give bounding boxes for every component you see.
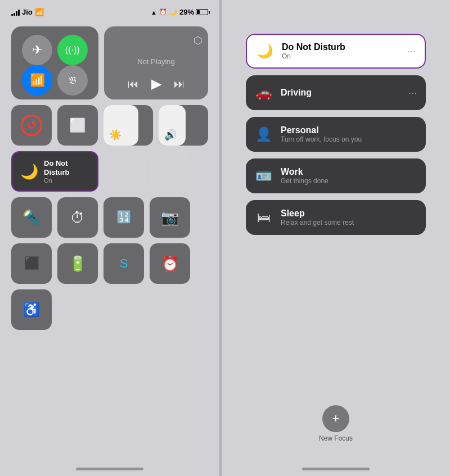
personal-focus-text: Personal Turn off work, focus on you [281, 125, 417, 143]
alarm-button[interactable]: ⏰ [150, 243, 190, 284]
cellular-icon: ((·)) [65, 45, 80, 55]
cellular-button[interactable]: ((·)) [57, 35, 88, 65]
bluetooth-button[interactable]: 𝔅 [57, 65, 88, 96]
work-focus-text: Work Get things done [281, 167, 417, 185]
now-playing-controls: ⏮ ▶ ⏭ [128, 76, 185, 92]
airplane-icon: ✈ [32, 43, 42, 57]
rotation-lock-button[interactable] [11, 105, 52, 146]
signal-bar-4 [18, 10, 20, 16]
status-right: ▲ ⏰ 🌙 29% [151, 8, 208, 16]
forward-button[interactable]: ⏭ [174, 78, 185, 90]
blank-tile-2 [150, 151, 191, 192]
calculator-icon: 🔢 [116, 210, 132, 225]
now-playing-box: ⬡ Not Playing ⏮ ▶ ⏭ [104, 26, 208, 99]
left-panel: Jio 📶 ▲ ⏰ 🌙 29% ✈ ((·)) [0, 0, 219, 476]
airplane-mode-button[interactable]: ✈ [22, 35, 52, 65]
new-focus-button[interactable]: + [322, 405, 349, 432]
battery-icon [196, 9, 208, 15]
blank-tile-1 [104, 151, 145, 192]
focus-item-personal[interactable]: 👤 Personal Turn off work, focus on you [246, 117, 426, 152]
brightness-icon: ☀️ [109, 129, 122, 141]
dnd-focus-icon: 🌙 [256, 43, 274, 59]
dnd-sub: On [44, 177, 70, 184]
personal-focus-title: Personal [281, 125, 417, 135]
home-indicator-right [302, 468, 370, 470]
work-focus-icon: 🪪 [255, 168, 273, 184]
driving-focus-title: Driving [281, 88, 400, 98]
timer-icon: ⏱ [70, 209, 85, 226]
wifi-button[interactable]: 📶 [22, 65, 52, 96]
battery-fill [197, 10, 200, 14]
row4: 🔦 ⏱ 🔢 📷 [11, 197, 208, 238]
screen-mirror-button[interactable]: ⬜ [57, 105, 98, 146]
control-center-grid: ✈ ((·)) 📶 𝔅 ⬡ Not Playing ⏮ [0, 21, 219, 336]
sleep-focus-title: Sleep [281, 208, 417, 219]
connectivity-box: ✈ ((·)) 📶 𝔅 [11, 26, 98, 99]
qr-scanner-button[interactable]: ⬛ [11, 243, 52, 284]
battery-container: 29% [179, 8, 208, 16]
driving-focus-text: Driving [281, 88, 400, 98]
signal-bars [11, 9, 20, 16]
focus-item-sleep[interactable]: 🛏 Sleep Relax and get some rest [246, 200, 426, 235]
home-indicator-left [76, 468, 143, 470]
camera-icon: 📷 [161, 209, 179, 226]
sleep-focus-sub: Relax and get some rest [281, 219, 417, 226]
status-bar: Jio 📶 ▲ ⏰ 🌙 29% [0, 0, 219, 21]
wifi-icon-small: 📶 [35, 8, 44, 16]
flashlight-button[interactable]: 🔦 [11, 197, 52, 238]
driving-more-button[interactable]: ··· [408, 87, 417, 99]
camera-button[interactable]: 📷 [150, 197, 190, 238]
shazam-icon: S [120, 256, 128, 271]
sleep-focus-icon: 🛏 [255, 210, 273, 225]
screen-mirror-icon: ⬜ [69, 117, 86, 133]
row3: 🌙 Do Not Disturb On [11, 151, 208, 192]
new-focus-label: New Focus [319, 434, 353, 442]
right-panel: 🌙 Do Not Disturb On ··· 🚗 Driving ··· 👤 … [222, 0, 450, 476]
driving-focus-icon: 🚗 [255, 85, 273, 101]
alarm-icon: ⏰ [159, 8, 167, 16]
bluetooth-icon: 𝔅 [69, 75, 76, 87]
focus-item-work[interactable]: 🪪 Work Get things done [246, 158, 426, 193]
battery-widget-button[interactable]: 🔋 [57, 243, 98, 284]
new-focus-plus-icon: + [332, 411, 340, 426]
flashlight-icon: 🔦 [22, 209, 40, 226]
signal-bar-2 [14, 13, 15, 16]
do-not-disturb-button[interactable]: 🌙 Do Not Disturb On [11, 151, 98, 192]
row2: ⬜ ☀️ 🔊 [11, 105, 208, 146]
wifi-icon: 📶 [30, 73, 45, 88]
play-button[interactable]: ▶ [151, 76, 161, 92]
row5: ⬛ 🔋 S ⏰ [11, 243, 208, 284]
signal-bar-1 [11, 14, 13, 16]
dnd-focus-title: Do Not Disturb [282, 42, 399, 52]
volume-slider[interactable]: 🔊 [159, 105, 208, 146]
dnd-focus-text: Do Not Disturb On [282, 42, 399, 60]
brightness-slider[interactable]: ☀️ [104, 105, 153, 146]
calculator-button[interactable]: 🔢 [104, 197, 144, 238]
personal-focus-icon: 👤 [255, 126, 273, 142]
moon-status-icon: 🌙 [169, 8, 177, 16]
dnd-more-button[interactable]: ··· [407, 46, 416, 57]
battery-percent: 29% [179, 8, 194, 16]
airplay-icon[interactable]: ⬡ [194, 34, 202, 47]
dnd-title-line2: Disturb [44, 168, 70, 177]
shazam-button[interactable]: S [104, 243, 144, 284]
work-focus-title: Work [281, 167, 417, 177]
signal-bar-3 [16, 11, 17, 16]
battery-widget-icon: 🔋 [69, 255, 87, 273]
rewind-button[interactable]: ⏮ [128, 78, 139, 90]
volume-icon: 🔊 [164, 129, 177, 141]
accessibility-icon: ♿ [23, 302, 40, 318]
dnd-focus-sub: On [282, 52, 399, 60]
carrier-name: Jio [22, 8, 33, 16]
sleep-focus-text: Sleep Relax and get some rest [281, 208, 417, 226]
new-focus-section: + New Focus [319, 405, 353, 442]
focus-item-driving[interactable]: 🚗 Driving ··· [246, 75, 426, 110]
dnd-text-group: Do Not Disturb On [44, 159, 70, 183]
personal-focus-sub: Turn off work, focus on you [281, 135, 417, 143]
status-left: Jio 📶 [11, 8, 44, 16]
timer-button[interactable]: ⏱ [57, 197, 98, 238]
location-icon: ▲ [151, 9, 157, 16]
rotation-lock-icon [21, 115, 42, 136]
accessibility-button[interactable]: ♿ [11, 289, 52, 330]
focus-item-dnd[interactable]: 🌙 Do Not Disturb On ··· [246, 34, 426, 69]
